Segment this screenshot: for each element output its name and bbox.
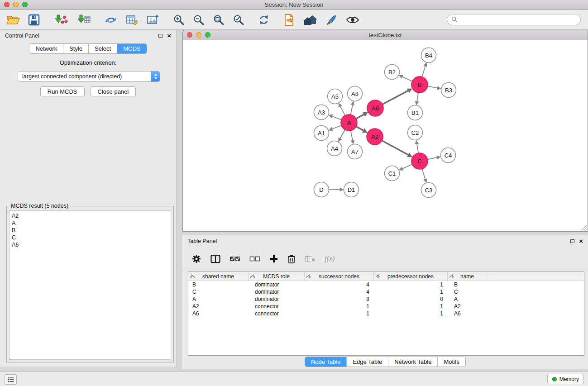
table-tab-node-table[interactable]: Node Table	[305, 357, 347, 367]
table-row[interactable]: A2connector11A2	[188, 303, 584, 310]
graph-node-A[interactable]: A	[341, 114, 357, 131]
tab-style[interactable]: Style	[63, 44, 89, 53]
zoom-fit-icon[interactable]	[213, 12, 225, 28]
graph-edge-C-C1[interactable]	[399, 164, 412, 171]
table-row[interactable]: Bdominator41B	[188, 281, 584, 288]
graphics-details-icon[interactable]	[326, 12, 338, 28]
close-control-panel-icon[interactable]: ×	[167, 33, 171, 38]
graph-edge-C-C2[interactable]	[415, 140, 419, 153]
tab-network[interactable]: Network	[29, 44, 63, 53]
graph-edge-B-B2[interactable]	[399, 75, 412, 81]
add-row-icon[interactable]	[269, 251, 278, 267]
run-mcds-button[interactable]: Run MCDS	[40, 86, 85, 96]
network-minimize-button[interactable]	[196, 32, 201, 38]
table-row[interactable]: Adominator80A	[188, 295, 584, 303]
toggle-column-icon[interactable]	[210, 251, 220, 267]
save-session-icon[interactable]	[28, 12, 40, 28]
graph-node-B2[interactable]: B2	[385, 65, 400, 80]
graph-node-A2[interactable]: A2	[367, 129, 383, 145]
graph-node-C1[interactable]: C1	[385, 166, 400, 181]
graph-edge-A-A8[interactable]	[351, 101, 355, 114]
new-network-icon[interactable]	[104, 12, 118, 28]
ndex-home-icon[interactable]	[303, 12, 318, 28]
select-all-icon[interactable]	[229, 251, 240, 267]
table-tab-edge-table[interactable]: Edge Table	[347, 357, 388, 367]
graph-edge-A-A1[interactable]	[328, 125, 341, 131]
graph-edge-C-C3[interactable]	[422, 169, 427, 183]
graph-node-A4[interactable]: A4	[327, 141, 342, 156]
table-row[interactable]: A6connector11A6	[188, 310, 584, 317]
network-canvas[interactable]: B4B2BB3A5A8A6B1A3AC2A1A2A4A7C4CC1C3DD1	[183, 40, 588, 231]
function-builder-button[interactable]: f(x)	[325, 255, 335, 263]
graph-node-A7[interactable]: A7	[348, 144, 363, 159]
show-hide-icon[interactable]	[346, 12, 359, 28]
open-session-icon[interactable]	[6, 12, 20, 28]
network-graph[interactable]: B4B2BB3A5A8A6B1A3AC2A1A2A4A7C4CC1C3DD1	[183, 40, 588, 231]
graph-node-C4[interactable]: C4	[441, 148, 456, 163]
graph-edge-A6-B[interactable]	[382, 88, 412, 104]
column-header-MCDS-role[interactable]: MCDS role	[249, 272, 305, 281]
graph-node-A5[interactable]: A5	[328, 89, 343, 104]
graph-node-A8[interactable]: A8	[348, 86, 363, 101]
annotation-icon[interactable]	[283, 12, 295, 28]
table-settings-gear-icon[interactable]	[191, 251, 201, 267]
graph-node-B[interactable]: B	[411, 76, 428, 93]
result-item[interactable]: A2	[12, 212, 171, 219]
column-header-successor-nodes[interactable]: successor nodes	[305, 272, 374, 281]
graph-edge-A-A7[interactable]	[351, 131, 355, 144]
table-row[interactable]: Cdominator41C	[188, 288, 584, 295]
graph-node-A1[interactable]: A1	[314, 126, 329, 141]
graph-node-B4[interactable]: B4	[421, 48, 436, 63]
criterion-select[interactable]: largest connected component (directed)	[18, 71, 160, 82]
delete-row-icon[interactable]	[287, 251, 296, 267]
result-item[interactable]: C	[12, 234, 171, 241]
close-panel-button[interactable]: Close panel	[91, 86, 136, 96]
zoom-selected-icon[interactable]	[233, 12, 244, 28]
export-image-icon[interactable]	[147, 12, 159, 28]
tab-select[interactable]: Select	[89, 44, 117, 53]
graph-edge-B-B4[interactable]	[422, 62, 427, 77]
graph-edge-A-A5[interactable]	[339, 103, 345, 116]
resize-grip-icon[interactable]	[581, 225, 587, 231]
graph-edge-A-A6[interactable]	[356, 112, 368, 119]
new-table-icon[interactable]	[126, 12, 139, 28]
delete-table-icon[interactable]	[305, 251, 316, 267]
graph-node-A6[interactable]: A6	[367, 100, 383, 116]
graph-node-C[interactable]: C	[411, 153, 428, 169]
float-table-panel-icon[interactable]	[570, 239, 574, 243]
network-zoom-button[interactable]	[205, 32, 210, 38]
zoom-out-icon[interactable]	[193, 12, 205, 28]
graph-node-D[interactable]: D	[314, 182, 329, 197]
float-panel-icon[interactable]	[158, 34, 163, 38]
close-window-button[interactable]	[4, 2, 10, 7]
graph-edge-A2-C[interactable]	[382, 141, 412, 157]
search-field[interactable]	[447, 14, 581, 25]
graph-node-C3[interactable]: C3	[421, 183, 436, 198]
search-input[interactable]	[460, 16, 576, 24]
node-table[interactable]: shared nameMCDS rolesuccessor nodesprede…	[188, 272, 584, 356]
result-item[interactable]: A6	[12, 241, 171, 248]
graph-node-B1[interactable]: B1	[408, 105, 423, 120]
graph-edge-A-A2[interactable]	[356, 127, 368, 133]
import-table-icon[interactable]	[76, 12, 91, 28]
close-table-panel-icon[interactable]: ×	[579, 239, 583, 243]
zoom-in-icon[interactable]	[173, 12, 185, 28]
graph-node-A3[interactable]: A3	[314, 105, 329, 120]
graph-edge-A-A4[interactable]	[338, 130, 345, 142]
minimize-window-button[interactable]	[13, 2, 19, 7]
graph-edge-C-C4[interactable]	[428, 156, 441, 160]
graph-edge-B-B3[interactable]	[428, 86, 441, 90]
graph-edge-B-B1[interactable]	[415, 93, 419, 105]
task-history-button[interactable]	[5, 374, 17, 385]
import-network-icon[interactable]	[53, 12, 68, 28]
graph-node-D1[interactable]: D1	[344, 182, 359, 197]
refresh-layout-icon[interactable]	[258, 12, 270, 28]
result-item[interactable]: B	[12, 227, 171, 234]
result-item[interactable]: A	[12, 219, 171, 227]
column-header-shared-name[interactable]: shared name	[188, 272, 249, 281]
memory-button[interactable]: Memory	[547, 374, 584, 384]
column-header-name[interactable]: name	[448, 272, 487, 281]
graph-edge-D-D1[interactable]	[329, 188, 344, 192]
table-tab-network-table[interactable]: Network Table	[388, 357, 438, 367]
graph-edge-A-A3[interactable]	[328, 114, 341, 120]
